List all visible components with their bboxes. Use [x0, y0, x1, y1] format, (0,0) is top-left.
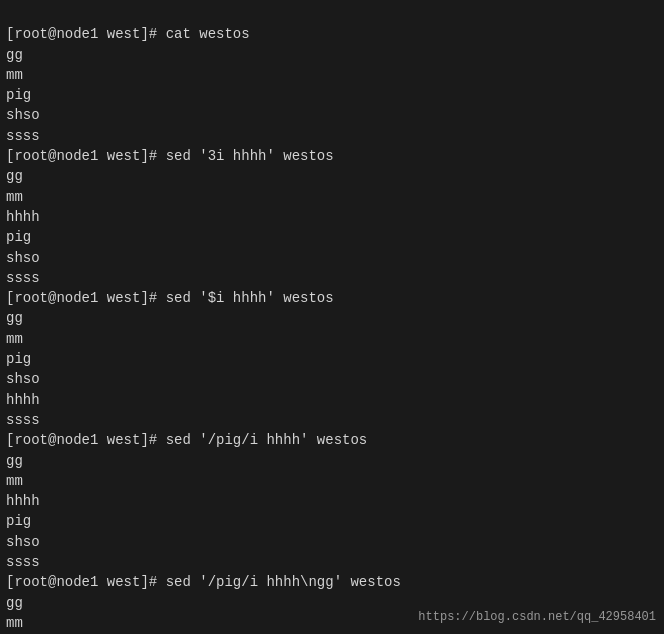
terminal-prompt: [root@node1 west]# sed '3i hhhh' westos: [6, 146, 658, 166]
terminal-output-line: gg: [6, 308, 658, 328]
terminal-prompt: [root@node1 west]# sed '/pig/i hhhh\ngg'…: [6, 572, 658, 592]
terminal-output-line: gg: [6, 166, 658, 186]
terminal-output-line: pig: [6, 511, 658, 531]
terminal-output-line: ssss: [6, 410, 658, 430]
terminal-output-line: shso: [6, 369, 658, 389]
terminal-output-line: pig: [6, 85, 658, 105]
terminal-output-line: hhhh: [6, 491, 658, 511]
terminal-output-line: ssss: [6, 552, 658, 572]
terminal-output-line: ssss: [6, 126, 658, 146]
terminal-output-line: hhhh: [6, 390, 658, 410]
terminal-output: [root@node1 west]# cat westosggmmpigshso…: [6, 4, 658, 634]
terminal-prompt: [root@node1 west]# sed '$i hhhh' westos: [6, 288, 658, 308]
terminal-output-line: gg: [6, 45, 658, 65]
terminal-output-line: shso: [6, 105, 658, 125]
terminal-output-line: shso: [6, 248, 658, 268]
terminal-output-line: gg: [6, 451, 658, 471]
terminal-output-line: pig: [6, 349, 658, 369]
terminal-output-line: mm: [6, 187, 658, 207]
terminal-output-line: mm: [6, 65, 658, 85]
terminal-prompt: [root@node1 west]# cat westos: [6, 24, 658, 44]
terminal-output-line: ssss: [6, 268, 658, 288]
terminal-output-line: hhhh: [6, 207, 658, 227]
terminal-output-line: pig: [6, 227, 658, 247]
terminal-output-line: mm: [6, 471, 658, 491]
watermark: https://blog.csdn.net/qq_42958401: [418, 609, 656, 626]
terminal-output-line: shso: [6, 532, 658, 552]
terminal-output-line: mm: [6, 329, 658, 349]
terminal-prompt: [root@node1 west]# sed '/pig/i hhhh' wes…: [6, 430, 658, 450]
